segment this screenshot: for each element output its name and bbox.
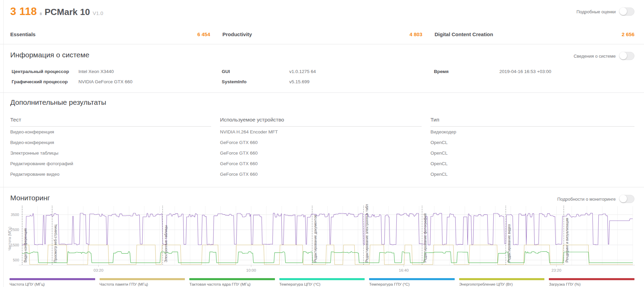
score-item-label: Productivity <box>222 31 252 37</box>
svg-text:500: 500 <box>13 258 19 262</box>
svg-text:Редактирование видео: Редактирование видео <box>507 224 511 262</box>
legend-item-label: Тактовая частота ядра ГПУ (МГц) <box>189 282 275 286</box>
table-cell: Видео-конференция <box>10 137 211 148</box>
monitoring-details-toggle-group: Подробности о мониторинге <box>557 195 634 203</box>
score-item: Digital Content Creation2 656 <box>435 31 634 37</box>
system-details-toggle[interactable] <box>619 52 634 60</box>
table-header-cell: Тип <box>430 115 634 127</box>
svg-text:Частота (МГц): Частота (МГц) <box>8 227 12 250</box>
monitoring-details-toggle[interactable] <box>619 195 634 203</box>
legend-color-bar <box>369 278 455 280</box>
info-field-value: Intel Xeon X3440 <box>78 69 222 74</box>
legend-color-bar <box>100 278 185 280</box>
score-item-value: 2 656 <box>621 31 634 37</box>
system-details-toggle-group: Сведения о системе <box>574 52 634 60</box>
svg-text:Рендеринг и визуализация: Рендеринг и визуализация <box>565 218 569 262</box>
table-cell: Видео-конференция <box>10 127 211 137</box>
score-item: Productivity4 803 <box>222 31 422 37</box>
additional-results-section: Дополнительные результаты ТестИспользуем… <box>0 93 644 187</box>
table-row: Видео-конференцияGeForce GTX 660OpenCL <box>10 137 634 148</box>
svg-text:03:20: 03:20 <box>93 268 103 272</box>
detailed-scores-toggle-label: Подробные оценки <box>576 9 616 14</box>
score-connector: в <box>40 11 42 16</box>
legend-item: Энергопотребление ЦПУ (Вт) <box>459 278 545 286</box>
table-cell: OpenCL <box>430 158 626 169</box>
table-cell: OpenCL <box>430 148 626 158</box>
info-field-value: 2019-04-16 16:53 +03:00 <box>499 69 634 74</box>
info-field-label: Графический процессор <box>12 79 78 84</box>
monitoring-section: Мониторинг Подробности о мониторинге 500… <box>0 187 644 286</box>
score-summary-row: Essentials6 454Productivity4 803Digital … <box>0 27 644 44</box>
monitoring-chart-svg: 50015002500350003:2010:0016:4023:20Часто… <box>7 204 637 277</box>
toggle-knob <box>619 195 627 202</box>
table-cell: GeForce GTX 660 <box>220 148 422 158</box>
table-header-row: ТестИспользуемое устройствоТип <box>10 115 634 127</box>
legend-item-label: Частота памяти ГПУ (МГц) <box>100 282 185 286</box>
svg-text:10:00: 10:00 <box>246 268 256 272</box>
app-name: PCMark 10 <box>45 7 90 17</box>
legend-item: Температура ЦПУ (°C) <box>279 278 365 286</box>
score-item-label: Digital Content Creation <box>435 31 493 37</box>
info-field-label: Центральный процессор <box>12 69 78 74</box>
legend-color-bar <box>189 278 275 280</box>
svg-text:Редактирование документов: Редактирование документов <box>313 215 317 262</box>
table-body: Видео-конференцияNVIDIA H.264 Encoder MF… <box>10 127 634 180</box>
table-cell: OpenCL <box>430 137 626 148</box>
table-cell: Видеокодер <box>430 127 626 137</box>
legend-item: Частота памяти ГПУ (МГц) <box>100 278 185 286</box>
legend-item-label: Температура ГПУ (°C) <box>369 282 455 286</box>
additional-results-title: Дополнительные результаты <box>10 98 106 106</box>
legend-color-bar <box>279 278 365 280</box>
svg-text:Редактирование электронных таб: Редактирование электронных таблиц <box>365 204 369 262</box>
score-item-label: Essentials <box>10 31 35 37</box>
table-header-cell: Тест <box>10 115 211 127</box>
legend-color-bar <box>10 278 95 280</box>
table-cell: GeForce GTX 660 <box>220 169 422 180</box>
table-cell: Редактирование видео <box>10 169 211 180</box>
toggle-knob <box>619 52 627 59</box>
legend-item: Загрузка ГПУ (%) <box>549 278 634 286</box>
overall-score: 3 118 <box>10 5 37 18</box>
overall-score-title: 3 118 в PCMark 10 V1.0 <box>10 5 103 18</box>
legend-item: Температура ГПУ (°C) <box>369 278 455 286</box>
additional-results-table: ТестИспользуемое устройствоТипВидео-конф… <box>0 106 644 187</box>
info-field-label: GUI <box>222 69 289 74</box>
svg-text:16:40: 16:40 <box>399 268 409 272</box>
table-row: Редактирование фотографийGeForce GTX 660… <box>10 158 634 169</box>
table-cell: Электронные таблицы <box>10 148 211 158</box>
legend-item-label: Энергопотребление ЦПУ (Вт) <box>459 282 545 286</box>
header: 3 118 в PCMark 10 V1.0 Подробные оценки <box>0 0 644 27</box>
svg-text:23:20: 23:20 <box>552 268 561 272</box>
table-cell: GeForce GTX 660 <box>220 158 422 169</box>
table-row: Редактирование видеоGeForce GTX 660OpenC… <box>10 169 634 180</box>
table-row: Видео-конференцияNVIDIA H.264 Encoder MF… <box>10 127 634 137</box>
detailed-scores-toggle[interactable] <box>619 8 634 16</box>
table-cell: Редактирование фотографий <box>10 158 211 169</box>
table-row: Электронные таблицыGeForce GTX 660OpenCL <box>10 148 634 158</box>
table-header-cell: Используемое устройство <box>220 115 422 127</box>
legend-item: Тактовая частота ядра ГПУ (МГц) <box>189 278 275 286</box>
info-field-value <box>499 79 634 84</box>
legend-item-label: Частота ЦПУ (МГц) <box>10 282 95 286</box>
info-field-label <box>434 79 499 84</box>
svg-text:Видео-конференция: Видео-конференция <box>23 228 27 262</box>
legend-item: Частота ЦПУ (МГц) <box>10 278 95 286</box>
score-item-value: 4 803 <box>409 31 422 37</box>
monitoring-chart: 50015002500350003:2010:0016:4023:20Часто… <box>7 204 637 277</box>
svg-text:2500: 2500 <box>11 228 19 232</box>
score-item: Essentials6 454 <box>10 31 210 37</box>
system-info-grid: Центральный процессорIntel Xeon X3440GUI… <box>0 60 644 92</box>
svg-text:Просмотр веб-страниц: Просмотр веб-страниц <box>53 225 57 262</box>
table-cell: NVIDIA H.264 Encoder MFT <box>220 127 422 137</box>
score-item-value: 6 454 <box>197 31 210 37</box>
info-field-label: SystemInfo <box>222 79 289 84</box>
legend-item-label: Температура ЦПУ (°C) <box>279 282 365 286</box>
info-field-value: v5.15.699 <box>289 79 434 84</box>
legend-item-label: Загрузка ГПУ (%) <box>549 282 634 286</box>
system-info-section: Информация о системе Сведения о системе … <box>0 44 644 92</box>
system-info-title: Информация о системе <box>10 51 89 59</box>
toggle-knob <box>619 8 627 15</box>
info-field-label: Время <box>434 69 499 74</box>
system-details-toggle-label: Сведения о системе <box>574 54 616 59</box>
pcmark-results-page: 3 118 в PCMark 10 V1.0 Подробные оценки … <box>0 0 644 287</box>
